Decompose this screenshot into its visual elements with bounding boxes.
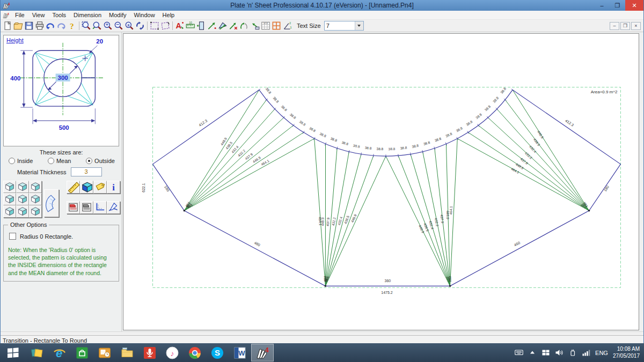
radius0-note: Note: When the 'Radius 0' option is sele… bbox=[8, 246, 115, 277]
zoom-previous-button[interactable] bbox=[135, 20, 145, 31]
menu-app-icon[interactable]: 4 bbox=[2, 12, 10, 19]
material-thickness-input[interactable]: 3 bbox=[71, 167, 102, 176]
radio-outside[interactable]: Outside bbox=[86, 158, 115, 164]
text-size-dropdown[interactable]: 7 bbox=[324, 21, 364, 31]
print-pattern-button[interactable] bbox=[67, 201, 80, 214]
mdi-close-button[interactable]: × bbox=[631, 22, 641, 30]
open-file-button[interactable] bbox=[13, 20, 24, 31]
taskbar-windows-store-button[interactable] bbox=[71, 344, 93, 361]
grid-toggle-button[interactable] bbox=[271, 20, 282, 31]
menu-tools[interactable]: Tools bbox=[48, 11, 70, 19]
print-button[interactable] bbox=[34, 20, 45, 31]
tray-language[interactable]: ENG bbox=[595, 350, 608, 356]
new-file-button[interactable] bbox=[2, 20, 13, 31]
view-buttons-zone: i bbox=[3, 181, 119, 218]
close-button[interactable]: ✕ bbox=[625, 0, 643, 11]
label-tag-button[interactable] bbox=[93, 181, 107, 194]
select-window-button[interactable] bbox=[149, 20, 160, 31]
view-iso-6-button[interactable] bbox=[29, 193, 42, 205]
view-iso-4-button[interactable] bbox=[3, 193, 16, 205]
view-iso-4-icon bbox=[4, 194, 16, 205]
tray-keyboard-icon[interactable] bbox=[515, 349, 523, 357]
restore-button[interactable]: ❐ bbox=[610, 0, 625, 11]
dimension-label: 38.8 bbox=[319, 132, 327, 138]
view-iso-2-button[interactable] bbox=[16, 181, 29, 193]
dimension-side-button[interactable] bbox=[196, 20, 207, 31]
taskbar-outlook-button[interactable] bbox=[93, 344, 116, 361]
view-iso-8-button[interactable] bbox=[16, 205, 29, 218]
tray-power-icon[interactable] bbox=[568, 349, 577, 357]
taskbar-photos-button[interactable] bbox=[26, 344, 48, 361]
taskbar-voice-recorder-button[interactable] bbox=[138, 344, 161, 361]
dimension-surface-button[interactable] bbox=[217, 20, 228, 31]
menu-modify[interactable]: Modify bbox=[105, 11, 130, 19]
dimension-delete-button[interactable] bbox=[228, 20, 239, 31]
corner-detail-button[interactable] bbox=[93, 201, 107, 214]
text-style-button[interactable]: A bbox=[174, 20, 185, 31]
height-link[interactable]: Height bbox=[6, 37, 24, 43]
zoom-scale-button[interactable]: ± bbox=[124, 20, 135, 31]
information-icon: i bbox=[107, 181, 120, 193]
taskbar-skype-button[interactable]: S bbox=[206, 344, 229, 361]
taskbar-internet-explorer-button[interactable]: e bbox=[48, 344, 71, 361]
view-iso-7-button[interactable] bbox=[3, 205, 16, 218]
view-iso-1-button[interactable] bbox=[3, 181, 16, 193]
taskbar-chrome-button[interactable] bbox=[184, 344, 206, 361]
dimension-label: 38.8 bbox=[309, 126, 317, 133]
xyz-table-button[interactable]: XYZ bbox=[260, 20, 271, 31]
menu-view[interactable]: View bbox=[28, 11, 49, 19]
taskbar-plate-n-sheet-button[interactable]: 4 bbox=[251, 344, 274, 361]
radius0-checkbox[interactable] bbox=[9, 233, 16, 240]
tray-windows-icon[interactable] bbox=[541, 349, 550, 357]
dimension-label: 38.8 bbox=[412, 143, 419, 148]
view-iso-9-button[interactable] bbox=[29, 205, 42, 218]
print-pattern-icon bbox=[67, 202, 79, 213]
tray-volume-icon[interactable] bbox=[555, 349, 564, 357]
measure-button[interactable] bbox=[67, 181, 80, 194]
dimension-linear-button[interactable]: 10 bbox=[185, 20, 196, 31]
taskbar-file-explorer-button[interactable] bbox=[116, 344, 138, 361]
zoom-dynamic-button[interactable] bbox=[92, 20, 103, 31]
dimension-point-button[interactable] bbox=[207, 20, 217, 31]
minimize-button[interactable]: – bbox=[594, 0, 610, 11]
dimension-label: 38.8 bbox=[377, 147, 384, 151]
menu-help[interactable]: Help bbox=[159, 11, 179, 19]
dimension-leader-button[interactable] bbox=[250, 20, 260, 31]
annotate-button[interactable] bbox=[107, 201, 120, 214]
mdi-restore-button[interactable]: ❐ bbox=[620, 22, 630, 30]
radio-mean[interactable]: Mean bbox=[48, 158, 71, 164]
label-tag-icon bbox=[94, 181, 106, 193]
tray-network-icon[interactable] bbox=[582, 349, 590, 357]
zoom-extents-button[interactable]: + bbox=[103, 20, 113, 31]
angle-dimension-icon: 21 bbox=[282, 20, 292, 31]
view-iso-5-button[interactable] bbox=[16, 193, 29, 205]
angle-dimension-button[interactable]: 21 bbox=[282, 20, 292, 31]
svg-text:4: 4 bbox=[265, 346, 269, 354]
dimension-side-icon bbox=[196, 20, 207, 31]
taskbar-itunes-button[interactable]: ♪ bbox=[161, 344, 184, 361]
zoom-out-button[interactable]: − bbox=[113, 20, 124, 31]
radio-inside[interactable]: Inside bbox=[9, 158, 33, 164]
zoom-window-button[interactable] bbox=[81, 20, 92, 31]
help-button[interactable]: ? bbox=[67, 20, 77, 31]
print-preview-button[interactable] bbox=[80, 201, 93, 214]
dimension-free-button[interactable] bbox=[239, 20, 250, 31]
menu-window[interactable]: Window bbox=[130, 11, 158, 19]
tray-clock[interactable]: 10:08 AM27/05/2017 bbox=[613, 346, 640, 359]
view-iso-3-button[interactable] bbox=[29, 181, 42, 193]
mdi-minimize-button[interactable]: – bbox=[610, 22, 619, 30]
tray-tray-expand-icon[interactable] bbox=[528, 349, 537, 357]
dimension-label: 464.1 bbox=[510, 167, 520, 174]
information-button[interactable]: i bbox=[107, 181, 120, 194]
pattern-development-view-button[interactable] bbox=[44, 189, 59, 217]
taskbar-word-button[interactable]: W bbox=[229, 344, 251, 361]
menu-file[interactable]: File bbox=[11, 11, 28, 19]
menu-dimension[interactable]: Dimension bbox=[70, 11, 105, 19]
taskbar-start-button[interactable] bbox=[0, 344, 26, 361]
drawing-canvas[interactable]: 448.9448.9438.5438.5432.4432.4432.2432.2… bbox=[123, 33, 639, 330]
select-rotate-button[interactable] bbox=[160, 20, 171, 31]
undo-button[interactable] bbox=[45, 20, 56, 31]
save-file-button[interactable] bbox=[24, 20, 34, 31]
redo-button[interactable] bbox=[56, 20, 67, 31]
view-3d-button[interactable] bbox=[80, 181, 93, 194]
